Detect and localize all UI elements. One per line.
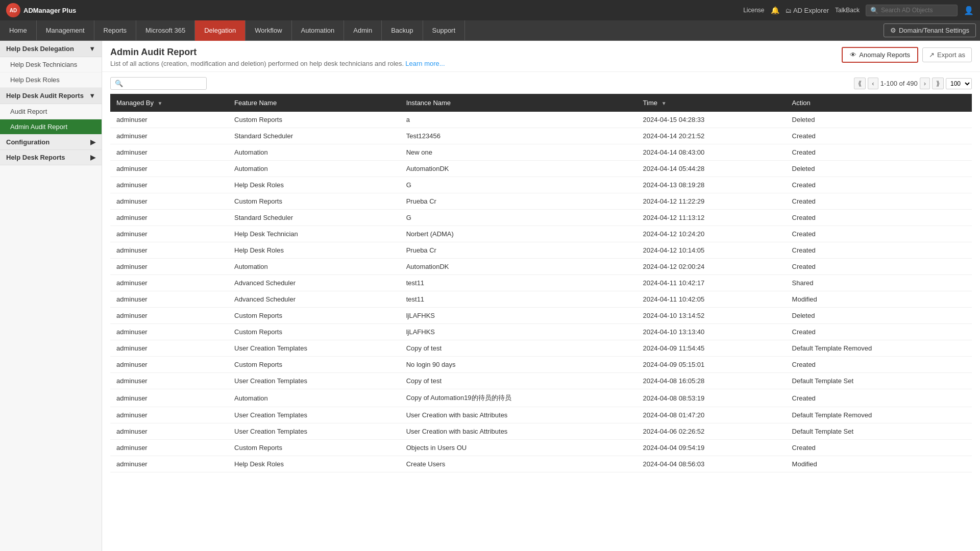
cell-action: Created: [786, 242, 972, 259]
cell-feature-name[interactable]: Custom Reports: [228, 112, 400, 128]
eye-icon: 👁: [850, 51, 856, 59]
cell-managed-by: adminuser: [110, 112, 228, 128]
cell-time: 2024-04-04 08:56:03: [637, 456, 786, 472]
domain-settings-button[interactable]: ⚙ Domain/Tenant Settings: [884, 23, 976, 37]
cell-time: 2024-04-11 10:42:05: [637, 291, 786, 308]
col-action[interactable]: Action: [786, 94, 972, 112]
last-page-button[interactable]: ⟫: [932, 78, 944, 89]
sidebar-item-admin-audit-report[interactable]: Admin Audit Report: [0, 119, 102, 135]
learn-more-link[interactable]: Learn more...: [405, 60, 445, 67]
anomaly-reports-button[interactable]: 👁 Anomaly Reports: [842, 47, 918, 63]
search-box[interactable]: 🔍: [866, 5, 958, 16]
sort-icon: ▼: [158, 101, 163, 106]
cell-managed-by: adminuser: [110, 340, 228, 357]
cell-instance-name: G: [400, 177, 637, 193]
table-row: adminuserAutomationCopy of Automation19的…: [110, 389, 972, 407]
cell-managed-by: adminuser: [110, 226, 228, 242]
sidebar-item-technicians[interactable]: Help Desk Technicians: [0, 57, 102, 72]
cell-feature-name[interactable]: Custom Reports: [228, 193, 400, 210]
sort-icon: ▼: [662, 101, 667, 106]
ad-explorer-icon[interactable]: 🗂 AD Explorer: [786, 7, 829, 14]
nav-automation[interactable]: Automation: [292, 20, 345, 41]
topbar-right: License 🔔 🗂 AD Explorer TalkBack 🔍 👤: [743, 5, 974, 16]
nav-workflow[interactable]: Workflow: [246, 20, 291, 41]
notification-bell-icon[interactable]: 🔔: [771, 6, 779, 14]
cell-feature-name[interactable]: Custom Reports: [228, 324, 400, 340]
table-search-field[interactable]: 🔍: [110, 77, 207, 90]
sidebar-delegation-header[interactable]: Help Desk Delegation ▼: [0, 41, 102, 57]
data-table: Managed By ▼ Feature Name Instance Name …: [110, 94, 972, 472]
cell-feature-name: Advanced Scheduler: [228, 275, 400, 291]
cell-feature-name: User Creation Templates: [228, 407, 400, 423]
cell-action: Created: [786, 226, 972, 242]
col-feature-name[interactable]: Feature Name: [228, 94, 400, 112]
table-row: adminuserCustom Reportsa2024-04-15 04:28…: [110, 112, 972, 128]
next-page-button[interactable]: ›: [920, 78, 930, 89]
first-page-button[interactable]: ⟪: [854, 78, 866, 89]
cell-feature-name[interactable]: Custom Reports: [228, 357, 400, 373]
cell-feature-name[interactable]: Custom Reports: [228, 440, 400, 456]
cell-action: Deleted: [786, 308, 972, 324]
nav-support[interactable]: Support: [423, 20, 465, 41]
nav-admin[interactable]: Admin: [344, 20, 382, 41]
cell-managed-by: adminuser: [110, 193, 228, 210]
cell-time: 2024-04-12 11:22:29: [637, 193, 786, 210]
cell-feature-name: Standard Scheduler: [228, 210, 400, 226]
cell-action: Created: [786, 177, 972, 193]
sidebar-item-roles[interactable]: Help Desk Roles: [0, 72, 102, 88]
settings-icon: ⚙: [890, 27, 896, 34]
cell-instance-name: New one: [400, 144, 637, 161]
table-row: adminuserUser Creation TemplatesCopy of …: [110, 373, 972, 389]
cell-time: 2024-04-12 10:14:05: [637, 242, 786, 259]
main-layout: Help Desk Delegation ▼ Help Desk Technic…: [0, 41, 980, 551]
table-row: adminuserStandard SchedulerG2024-04-12 1…: [110, 210, 972, 226]
cell-action: Created: [786, 144, 972, 161]
content-area: Admin Audit Report List of all actions (…: [102, 41, 980, 551]
cell-instance-name: Copy of test: [400, 340, 637, 357]
nav-microsoft365[interactable]: Microsoft 365: [136, 20, 195, 41]
sidebar-configuration-header[interactable]: Configuration ▶: [0, 135, 102, 150]
col-instance-name[interactable]: Instance Name: [400, 94, 637, 112]
cell-instance-name: ljLAFHKS: [400, 308, 637, 324]
cell-time: 2024-04-09 11:54:45: [637, 340, 786, 357]
table-row: adminuserStandard SchedulerTest123456202…: [110, 128, 972, 144]
license-link[interactable]: License: [743, 7, 764, 14]
cell-instance-name: User Creation with basic Attributes: [400, 423, 637, 440]
table-row: adminuserUser Creation TemplatesUser Cre…: [110, 423, 972, 440]
table-area: 🔍 ⟪ ‹ 1-100 of 490 › ⟫ 100 50 25: [102, 72, 980, 478]
cell-instance-name: No login 90 days: [400, 357, 637, 373]
cell-managed-by: adminuser: [110, 259, 228, 275]
nav-home[interactable]: Home: [0, 20, 37, 41]
topbar: AD ADManager Plus License 🔔 🗂 AD Explore…: [0, 0, 980, 20]
export-button[interactable]: ↗ Export as: [922, 47, 972, 62]
navbar: Home Management Reports Microsoft 365 De…: [0, 20, 980, 41]
table-search-input[interactable]: [126, 80, 202, 87]
cell-managed-by: adminuser: [110, 210, 228, 226]
cell-feature-name: Automation: [228, 144, 400, 161]
sidebar-helpdesk-reports-header[interactable]: Help Desk Reports ▶: [0, 150, 102, 165]
cell-action: Created: [786, 440, 972, 456]
search-icon: 🔍: [115, 80, 123, 87]
app-logo[interactable]: AD ADManager Plus: [6, 3, 76, 17]
col-managed-by[interactable]: Managed By ▼: [110, 94, 228, 112]
user-avatar-icon[interactable]: 👤: [964, 6, 974, 15]
cell-feature-name[interactable]: Custom Reports: [228, 308, 400, 324]
page-title: Admin Audit Report: [110, 47, 445, 58]
talkback-link[interactable]: TalkBack: [835, 7, 860, 14]
sidebar-item-audit-report[interactable]: Audit Report: [0, 104, 102, 119]
nav-backup[interactable]: Backup: [382, 20, 423, 41]
cell-time: 2024-04-12 11:13:12: [637, 210, 786, 226]
cell-feature-name: Advanced Scheduler: [228, 291, 400, 308]
prev-page-button[interactable]: ‹: [868, 78, 878, 89]
cell-time: 2024-04-11 10:42:17: [637, 275, 786, 291]
page-size-select[interactable]: 100 50 25: [946, 78, 972, 89]
table-row: adminuserUser Creation TemplatesUser Cre…: [110, 407, 972, 423]
sidebar-audit-header[interactable]: Help Desk Audit Reports ▼: [0, 88, 102, 104]
cell-time: 2024-04-12 10:24:20: [637, 226, 786, 242]
nav-delegation[interactable]: Delegation: [195, 20, 246, 41]
search-input[interactable]: [881, 7, 952, 14]
col-time[interactable]: Time ▼: [637, 94, 786, 112]
nav-management[interactable]: Management: [37, 20, 94, 41]
table-header-row: Managed By ▼ Feature Name Instance Name …: [110, 94, 972, 112]
nav-reports[interactable]: Reports: [94, 20, 137, 41]
